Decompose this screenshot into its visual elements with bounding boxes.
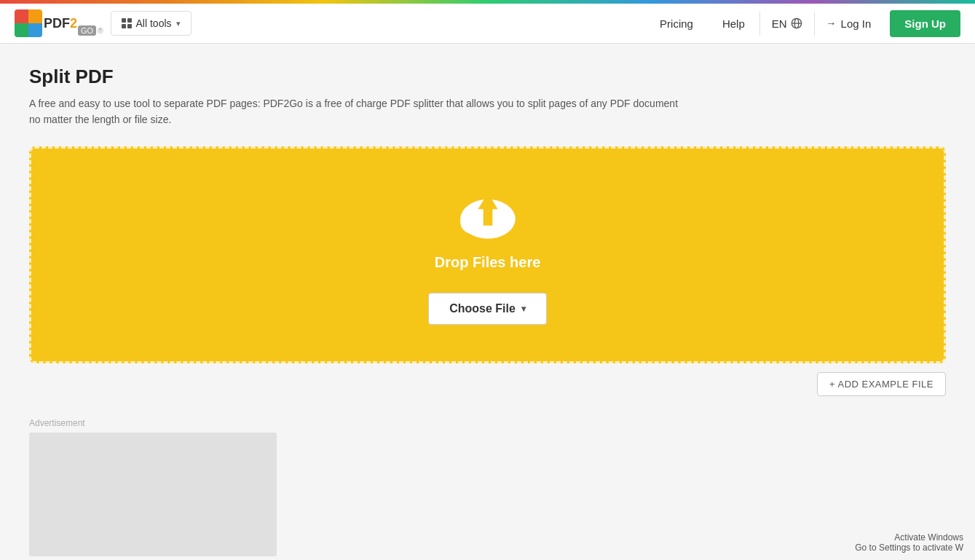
drop-zone[interactable]: Drop Files here Choose File ▾ <box>29 146 946 363</box>
logo[interactable]: PDF 2 GO ® <box>15 9 103 37</box>
header: PDF 2 GO ® All tools ▾ Pricing Help EN →… <box>0 4 975 44</box>
language-button[interactable]: EN <box>759 12 814 36</box>
logo-go-text: GO <box>78 25 96 36</box>
choose-file-button[interactable]: Choose File ▾ <box>428 293 547 325</box>
logo-reg: ® <box>98 27 103 35</box>
logo-text: PDF <box>44 16 70 31</box>
ad-label: Advertisement <box>29 418 946 428</box>
add-example-label: + ADD EXAMPLE FILE <box>829 379 933 390</box>
drop-text: Drop Files here <box>435 254 541 271</box>
choose-file-label: Choose File <box>449 302 516 315</box>
main-content: Split PDF A free and easy to use tool to… <box>0 44 975 560</box>
upload-cloud-icon <box>455 185 521 243</box>
pricing-link[interactable]: Pricing <box>645 12 708 36</box>
choose-file-chevron-icon: ▾ <box>521 304 526 314</box>
page-description: A free and easy to use tool to separate … <box>29 95 684 128</box>
globe-icon <box>791 17 802 29</box>
windows-activation-notice: Activate Windows Go to Settings to activ… <box>843 525 975 560</box>
login-label: Log In <box>841 17 872 30</box>
chevron-down-icon: ▾ <box>176 19 181 28</box>
lang-label: EN <box>772 17 787 30</box>
nav-links: Pricing Help EN → Log In Sign Up <box>645 10 960 37</box>
ad-box <box>29 433 277 556</box>
all-tools-label: All tools <box>136 17 172 29</box>
all-tools-button[interactable]: All tools ▾ <box>111 11 192 36</box>
grid-icon <box>122 18 132 28</box>
logo-2-text: 2 <box>70 16 77 31</box>
add-example-button[interactable]: + ADD EXAMPLE FILE <box>817 372 946 396</box>
description-text: A free and easy to use tool to separate … <box>29 98 678 125</box>
signup-button[interactable]: Sign Up <box>890 10 960 37</box>
login-button[interactable]: → Log In <box>814 12 883 36</box>
add-example-row: + ADD EXAMPLE FILE <box>29 372 946 396</box>
windows-activate-line1: Activate Windows <box>855 532 963 543</box>
help-link[interactable]: Help <box>708 12 759 36</box>
advertisement-section: Advertisement <box>29 418 946 556</box>
login-arrow-icon: → <box>826 17 837 29</box>
windows-activate-line2: Go to Settings to activate W <box>855 543 963 553</box>
page-title: Split PDF <box>29 66 946 88</box>
logo-colored-box <box>15 9 42 37</box>
